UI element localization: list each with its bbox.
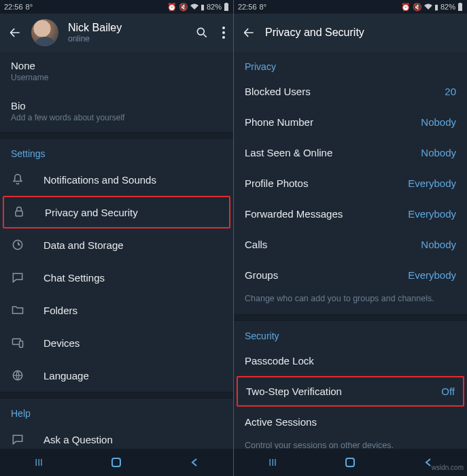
row-forwarded-messages[interactable]: Forwarded Messages Everybody [234, 199, 467, 229]
svg-rect-1 [226, 3, 228, 3]
row-value: Nobody [421, 239, 456, 250]
svg-rect-0 [224, 3, 228, 11]
row-label: Last Seen & Online [245, 147, 402, 158]
svg-rect-14 [112, 458, 120, 466]
hint-sessions: Control your sessions on other devices. [234, 437, 467, 449]
svg-point-2 [197, 28, 204, 35]
svg-line-3 [204, 35, 207, 37]
app-bar: Privacy and Security [234, 14, 467, 52]
globe-icon [11, 369, 24, 382]
divider [0, 132, 233, 139]
username-caption: Username [11, 73, 222, 82]
row-last-seen[interactable]: Last Seen & Online Nobody [234, 137, 467, 168]
row-value: Everybody [408, 177, 456, 189]
avatar[interactable] [31, 19, 58, 46]
wifi-icon [424, 3, 432, 10]
svg-point-5 [222, 31, 225, 34]
database-icon [11, 238, 24, 252]
chat-icon [11, 432, 24, 446]
row-value: Nobody [421, 147, 456, 158]
nav-recents[interactable]: III [259, 457, 286, 468]
svg-point-4 [222, 27, 225, 29]
section-privacy: Privacy [234, 52, 467, 76]
row-value: 20 [445, 86, 456, 97]
alarm-icon: ⏰ [167, 3, 177, 12]
row-two-step-verification[interactable]: Two-Step Verification Off [237, 376, 464, 407]
row-label: Folders [44, 305, 222, 316]
nav-back[interactable] [181, 458, 208, 467]
row-calls[interactable]: Calls Nobody [234, 229, 467, 260]
page-title-block: Nick Bailey online [68, 22, 186, 44]
row-label: Ask a Question [44, 434, 222, 445]
svg-point-6 [222, 36, 225, 39]
row-chat-settings[interactable]: Chat Settings [0, 261, 233, 294]
row-active-sessions[interactable]: Active Sessions [234, 407, 467, 437]
row-label: Calls [245, 239, 402, 250]
divider [234, 314, 467, 321]
nav-home[interactable] [103, 457, 130, 468]
search-button[interactable] [195, 26, 209, 39]
svg-rect-7 [16, 211, 22, 216]
signal-icon: ▮ [434, 3, 438, 12]
username-row[interactable]: None Username [0, 52, 233, 92]
row-profile-photos[interactable]: Profile Photos Everybody [234, 168, 467, 199]
bell-icon [11, 173, 24, 186]
status-time: 22:56 [238, 3, 257, 11]
row-label: Groups [245, 269, 389, 281]
row-privacy-security[interactable]: Privacy and Security [3, 196, 230, 228]
row-notifications[interactable]: Notifications and Sounds [0, 163, 233, 196]
wifi-icon [190, 3, 198, 10]
row-phone-number[interactable]: Phone Number Nobody [234, 107, 467, 137]
row-value: Off [441, 386, 455, 397]
row-value: Nobody [421, 116, 456, 128]
row-label: Forwarded Messages [245, 208, 389, 220]
page-title: Privacy and Security [265, 27, 459, 39]
battery-icon [224, 3, 229, 11]
row-ask-question[interactable]: Ask a Question [0, 423, 233, 449]
screen-settings: 22:56 8° ⏰ 🔇 ▮ 82% Nick Bailey online [0, 0, 233, 476]
row-groups[interactable]: Groups Everybody [234, 260, 467, 290]
nav-home[interactable] [336, 457, 364, 468]
mute-icon: 🔇 [413, 3, 422, 12]
row-data-storage[interactable]: Data and Storage [0, 228, 233, 261]
row-devices[interactable]: Devices [0, 326, 233, 359]
bio-caption: Add a few words about yourself [11, 113, 222, 122]
watermark: wsidn.com [432, 464, 464, 471]
row-label: Two-Step Verification [246, 386, 422, 397]
battery-icon [457, 3, 463, 11]
alarm-icon: ⏰ [401, 3, 411, 12]
row-label: Devices [44, 337, 222, 349]
row-folders[interactable]: Folders [0, 294, 233, 326]
row-label: Notifications and Sounds [44, 174, 222, 186]
username-value: None [11, 60, 222, 71]
navigation-bar: III [234, 449, 467, 476]
svg-rect-17 [346, 458, 354, 466]
svg-rect-10 [20, 341, 23, 347]
signal-icon: ▮ [201, 3, 205, 12]
back-button[interactable] [242, 26, 256, 39]
nav-recents[interactable]: III [25, 457, 52, 468]
bio-row[interactable]: Bio Add a few words about yourself [0, 92, 233, 132]
row-label: Profile Photos [245, 177, 389, 189]
status-bar: 22:56 8° ⏰ 🔇 ▮ 82% [0, 0, 233, 14]
row-blocked-users[interactable]: Blocked Users 20 [234, 76, 467, 107]
row-label: Phone Number [245, 116, 402, 128]
row-value: Everybody [408, 269, 456, 281]
screen-privacy-security: 22:56 8° ⏰ 🔇 ▮ 82% Privacy and Security … [234, 0, 467, 476]
section-help: Help [0, 398, 233, 423]
battery-pct: 82% [207, 3, 222, 11]
lock-icon [12, 205, 26, 219]
back-button[interactable] [8, 26, 22, 39]
row-passcode-lock[interactable]: Passcode Lock [234, 345, 467, 376]
bio-value: Bio [11, 100, 222, 112]
row-language[interactable]: Language [0, 359, 233, 392]
divider [0, 392, 233, 398]
chat-icon [11, 271, 24, 284]
status-time: 22:56 [4, 3, 23, 11]
navigation-bar: III [0, 449, 233, 476]
status-temp: 8° [26, 3, 33, 11]
row-label: Passcode Lock [245, 355, 456, 367]
more-button[interactable] [222, 27, 225, 39]
battery-pct: 82% [440, 3, 455, 11]
user-name: Nick Bailey [68, 22, 186, 34]
